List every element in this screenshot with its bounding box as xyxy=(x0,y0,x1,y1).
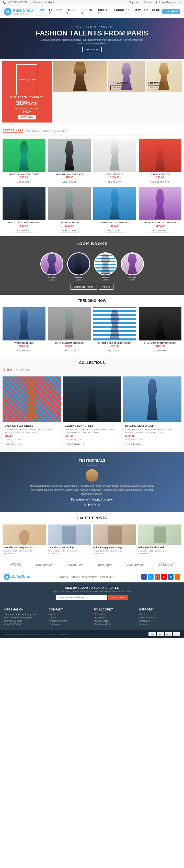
collections-tab-women[interactable]: For Women xyxy=(16,368,29,372)
nav-furniture[interactable]: FURNITURE xyxy=(112,7,133,16)
dot-4[interactable] xyxy=(94,503,96,505)
nav-sports[interactable]: SPORTS ▾ xyxy=(79,7,96,16)
nav-fashion[interactable]: FASHION ▾ xyxy=(47,7,64,16)
add-to-cart-button[interactable]: ADD TO CART xyxy=(151,228,169,232)
nav-home[interactable]: HOME xyxy=(34,7,47,16)
footer-link-affiliates[interactable]: Affiliates xyxy=(71,576,80,578)
add-to-cart-button[interactable]: ADD TO CART xyxy=(106,349,124,353)
add-to-cart-button[interactable]: ADD TO CART xyxy=(15,349,33,353)
footer-account-personal[interactable]: My Personal Info xyxy=(94,623,135,625)
hero-title: FASHION TALENTS FROM PARIS xyxy=(36,29,149,37)
dot-2[interactable] xyxy=(88,503,90,505)
cart-button[interactable]: 🛒 0 / $0.00 xyxy=(162,9,180,14)
post-readmore-link[interactable]: Readmore » xyxy=(48,553,91,555)
forwomen2-shop-btn[interactable]: SHOP NOW xyxy=(148,86,164,90)
footer-logo: ✿ KateShop xyxy=(4,574,30,580)
tab-bestsellers[interactable]: BEST SELLERS xyxy=(3,128,23,133)
product-image xyxy=(48,307,91,340)
product-name: SEXY DRESSES xyxy=(93,173,136,176)
tab-newproducts[interactable]: NEW PRODUCTS xyxy=(43,129,66,133)
add-to-cart-button[interactable]: ADD TO CART xyxy=(15,228,33,232)
contact-link[interactable]: Contact us today ! xyxy=(33,1,54,4)
post-readmore-link[interactable]: Readmore » xyxy=(138,553,181,555)
product-price: $90.00 xyxy=(93,345,136,348)
dot-3[interactable] xyxy=(91,503,93,505)
forwomen1-title: For women xyxy=(110,81,128,85)
add-to-cart-button[interactable]: ADD TO CART xyxy=(106,228,124,232)
add-to-cart-button[interactable]: ADD TO CART xyxy=(15,180,33,184)
post-title: Most Plans for Weight Loss xyxy=(3,546,46,549)
add-to-cart-button[interactable]: ADD TO CART xyxy=(151,349,169,353)
linkedin-icon[interactable]: in xyxy=(168,574,174,580)
youtube-icon[interactable]: ▶ xyxy=(161,574,167,580)
product-card: RED SEXY DRESS $80.00 SELECT OPTIONS xyxy=(139,138,182,184)
footer-company-affiliates[interactable]: Affiliates Program xyxy=(49,620,90,622)
footer-account-orders[interactable]: My Orders xyxy=(94,613,135,616)
view-collection-button[interactable]: View Collection xyxy=(125,442,144,446)
footer-account-credit[interactable]: My Credit Slip xyxy=(94,616,135,619)
select-options-button[interactable]: SELECT OPTIONS xyxy=(149,180,171,184)
footer-link-privacy[interactable]: Privacy Policy xyxy=(82,576,97,578)
collection-item: EVENING SEXY DRESS Duis aute. Sed conseq… xyxy=(63,376,121,448)
collections-tab-him[interactable]: For Him xyxy=(3,368,12,372)
view-collection-button[interactable]: View Collection xyxy=(65,442,84,446)
post-readmore-link[interactable]: Readmore » xyxy=(3,553,46,555)
newsletter-email-input[interactable] xyxy=(56,595,107,600)
footer-support-contact[interactable]: Contact Us xyxy=(139,623,180,625)
brand-logo[interactable]: paleStyle xyxy=(98,563,112,567)
submit-profile-button[interactable]: Submit Your Profile xyxy=(71,284,97,290)
latest-posts-section: LASTEST POSTS Most Plans for Weight Loss… xyxy=(0,512,184,559)
support-link[interactable]: Support xyxy=(129,1,138,4)
brand-logo[interactable]: BuyPairman xyxy=(127,563,143,566)
login-link[interactable]: Login/Register xyxy=(159,1,176,4)
nav-foods[interactable]: FOODS ▾ xyxy=(64,7,79,16)
brand-logo[interactable]: BuyPairman xyxy=(36,563,52,566)
add-to-cart-button[interactable]: ADD TO CART xyxy=(60,180,78,184)
brand-logo[interactable]: allGOO xyxy=(10,563,22,567)
post-image xyxy=(93,525,136,545)
logo[interactable]: ✿ Kate Shop Fashion Dreams xyxy=(4,8,34,16)
twitter-icon[interactable]: t xyxy=(148,574,154,580)
lookbook-item: Paulette Linton xyxy=(94,252,117,281)
footer-support-distributors[interactable]: Distributors xyxy=(139,620,180,622)
dot-1[interactable] xyxy=(84,503,86,505)
product-image xyxy=(3,187,46,220)
footer-support-affiliates[interactable]: Affiliates Program xyxy=(139,616,180,619)
post-title: Hairstyles for Short Hair xyxy=(138,546,181,549)
newsletter-subscribe-button[interactable]: SUBSCRIBE xyxy=(108,595,128,600)
nav-jewelry[interactable]: JEWELRY xyxy=(133,7,150,16)
footer-account-addresses[interactable]: My Addresses xyxy=(94,620,135,622)
post-readmore-link[interactable]: Readmore » xyxy=(93,553,136,555)
add-to-cart-button[interactable]: ADD TO CART xyxy=(106,180,124,184)
product-name: SHORT COLORFUL DRESSES xyxy=(139,221,182,224)
footer-link-terms[interactable]: Terms of Use xyxy=(99,576,113,578)
services-link[interactable]: Services xyxy=(144,1,154,4)
footer-support-about[interactable]: About Us xyxy=(139,613,180,616)
nav-blog[interactable]: BLOG xyxy=(150,7,162,16)
brand-logo[interactable]: Calvin Klein xyxy=(67,563,83,567)
promo-shop-button[interactable]: SHOP NOW xyxy=(18,115,36,119)
brand-logo[interactable]: STELCAT xyxy=(158,563,174,566)
forwomen1-shop-btn[interactable]: SHOP NOW xyxy=(110,86,126,90)
product-price: $100.00 xyxy=(93,176,136,179)
hero-shop-button[interactable]: SHOP NOW xyxy=(82,47,102,52)
collection-name: EVENING SEXY DRESS xyxy=(125,425,179,427)
footer-company-distributors[interactable]: Distributors xyxy=(49,623,90,625)
footer-link-about[interactable]: About Us xyxy=(59,576,69,578)
view-all-button[interactable]: View All xyxy=(99,284,113,290)
footer-company-careers[interactable]: Careers xyxy=(49,616,90,619)
view-collection-button[interactable]: View Collection xyxy=(5,442,23,446)
add-to-cart-button[interactable]: ADD TO CART xyxy=(60,349,78,353)
dot-5[interactable] xyxy=(98,503,100,505)
rss-icon[interactable]: ⌁ xyxy=(175,574,180,580)
googleplus-icon[interactable]: g+ xyxy=(155,574,160,580)
footer-info-phone2: +1(000) 555-2345 xyxy=(4,623,45,625)
paypal-icon: PP xyxy=(173,632,180,636)
nav-digital[interactable]: DIGITAL ▾ xyxy=(96,7,112,16)
search-icon[interactable]: 🔍 xyxy=(178,1,181,4)
product-price: $80.00 xyxy=(139,176,182,179)
footer-company-about[interactable]: About Us xyxy=(49,613,90,616)
add-to-cart-button[interactable]: ADD TO CART xyxy=(60,228,78,232)
facebook-icon[interactable]: f xyxy=(141,574,147,580)
tab-onsale[interactable]: ON SALE xyxy=(27,129,40,133)
